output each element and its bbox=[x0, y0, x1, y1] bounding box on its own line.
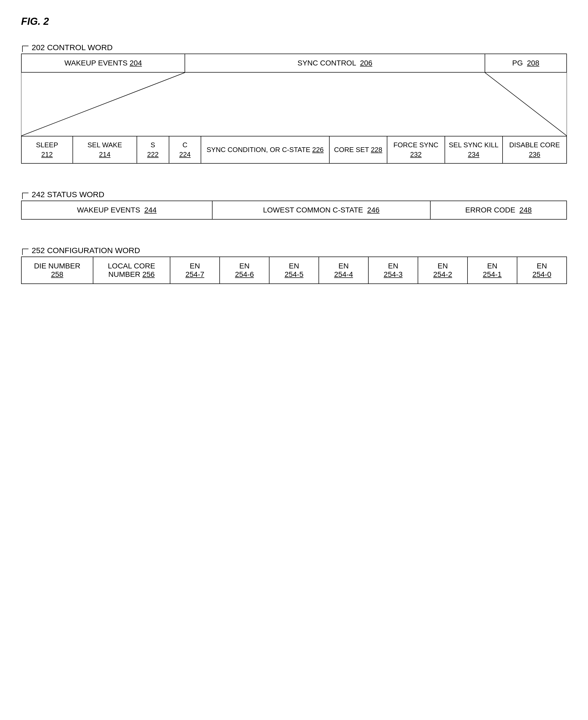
status-word-label-row: 242 STATUS WORD bbox=[21, 190, 567, 199]
control-word-top-table: WAKEUP EVENTS 204 SYNC CONTROL 206 PG 20… bbox=[21, 54, 567, 73]
cfw-en-254-4-cell: EN254-4 bbox=[319, 257, 369, 284]
sw-error-code-ref: 248 bbox=[520, 206, 532, 214]
cw-sel-wake-ref: 214 bbox=[99, 151, 110, 158]
config-word-number: 252 bbox=[31, 246, 45, 255]
cfw-en-254-0-ref: 254-0 bbox=[532, 270, 551, 278]
cfw-en-254-5-cell: EN254-5 bbox=[269, 257, 319, 284]
trapezoid-lines-area bbox=[21, 73, 567, 136]
cw-sync-control-cell: SYNC CONTROL 206 bbox=[185, 54, 485, 72]
cw-s-cell: S222 bbox=[137, 136, 169, 163]
corner-bracket-config bbox=[22, 248, 28, 255]
config-word-table: DIE NUMBER258 LOCAL CORE NUMBER 256 EN25… bbox=[21, 257, 567, 284]
cfw-en-254-1-ref: 254-1 bbox=[483, 270, 502, 278]
cfw-en-254-6-ref: 254-6 bbox=[235, 270, 254, 278]
cfw-local-core-ref: 256 bbox=[142, 270, 155, 278]
control-word-title: 202 CONTROL WORD bbox=[31, 43, 112, 52]
control-word-label-row: 202 CONTROL WORD bbox=[21, 43, 567, 52]
config-word-label-row: 252 CONFIGURATION WORD bbox=[21, 246, 567, 255]
cfw-en-254-3-ref: 254-3 bbox=[384, 270, 403, 278]
status-word-table: WAKEUP EVENTS 244 LOWEST COMMON C-STATE … bbox=[21, 201, 567, 220]
cfw-en-254-0-cell: EN254-0 bbox=[517, 257, 567, 284]
cw-sel-sync-kill-ref: 234 bbox=[468, 151, 479, 158]
cw-sync-condition-cell: SYNC CONDITION, OR C-STATE 226 bbox=[201, 136, 329, 163]
control-word-number: 202 bbox=[31, 43, 45, 52]
sw-lowest-cstate-ref: 246 bbox=[367, 206, 380, 214]
cw-sel-wake-cell: SEL WAKE214 bbox=[73, 136, 137, 163]
sw-error-code-cell: ERROR CODE 248 bbox=[430, 201, 567, 219]
config-word-section: 252 CONFIGURATION WORD DIE NUMBER258 LOC… bbox=[21, 246, 567, 284]
cw-sync-cond-ref: 226 bbox=[312, 146, 323, 154]
sw-lowest-cstate-cell: LOWEST COMMON C-STATE 246 bbox=[212, 201, 430, 219]
cw-core-set-cell: CORE SET 228 bbox=[329, 136, 387, 163]
cw-core-set-ref: 228 bbox=[371, 146, 382, 154]
cw-sleep-ref: 212 bbox=[41, 151, 53, 158]
control-word-text: CONTROL WORD bbox=[47, 43, 112, 52]
cw-s-ref: 222 bbox=[147, 151, 159, 158]
cw-pg-ref: 208 bbox=[527, 59, 540, 67]
status-word-section: 242 STATUS WORD WAKEUP EVENTS 244 LOWEST… bbox=[21, 190, 567, 220]
cfw-die-number-ref: 258 bbox=[51, 270, 63, 278]
status-word-number: 242 bbox=[31, 190, 45, 199]
corner-bracket-control bbox=[22, 46, 28, 52]
trapezoid-svg bbox=[21, 73, 567, 136]
cfw-en-254-7-cell: EN254-7 bbox=[170, 257, 219, 284]
cfw-die-number-cell: DIE NUMBER258 bbox=[21, 257, 93, 284]
status-word-title: 242 STATUS WORD bbox=[31, 190, 104, 199]
cfw-en-254-1-cell: EN254-1 bbox=[467, 257, 517, 284]
cfw-en-254-4-ref: 254-4 bbox=[334, 270, 353, 278]
svg-line-3 bbox=[485, 73, 567, 136]
cw-disable-core-cell: DISABLE CORE 236 bbox=[503, 136, 567, 163]
cfw-en-254-5-ref: 254-5 bbox=[285, 270, 303, 278]
status-word-text: STATUS WORD bbox=[47, 190, 104, 199]
cw-sleep-cell: SLEEP212 bbox=[21, 136, 73, 163]
figure-label: FIG. 2 bbox=[21, 16, 567, 27]
cfw-local-core-cell: LOCAL CORE NUMBER 256 bbox=[93, 257, 170, 284]
cfw-en-254-3-cell: EN254-3 bbox=[369, 257, 418, 284]
cw-sync-ref: 206 bbox=[360, 59, 372, 67]
sw-wakeup-ref: 244 bbox=[144, 206, 156, 214]
control-word-bottom-table: SLEEP212 SEL WAKE214 S222 C224 SYNC COND… bbox=[21, 136, 567, 164]
cfw-en-254-7-ref: 254-7 bbox=[185, 270, 204, 278]
cw-pg-cell: PG 208 bbox=[485, 54, 567, 72]
corner-bracket-status bbox=[22, 193, 28, 199]
cw-disable-core-ref: 236 bbox=[529, 151, 540, 158]
cw-c-ref: 224 bbox=[179, 151, 191, 158]
cfw-en-254-2-ref: 254-2 bbox=[433, 270, 452, 278]
cw-wakeup-events-cell: WAKEUP EVENTS 204 bbox=[21, 54, 185, 72]
cw-wakeup-ref: 204 bbox=[130, 59, 142, 67]
config-word-title: 252 CONFIGURATION WORD bbox=[31, 246, 140, 255]
svg-line-1 bbox=[21, 73, 185, 136]
sw-wakeup-cell: WAKEUP EVENTS 244 bbox=[21, 201, 212, 219]
cw-c-cell: C224 bbox=[169, 136, 201, 163]
cw-force-sync-ref: 232 bbox=[410, 151, 422, 158]
cfw-en-254-2-cell: EN254-2 bbox=[418, 257, 467, 284]
control-word-section: 202 CONTROL WORD WAKEUP EVENTS 204 SYNC … bbox=[21, 43, 567, 164]
config-word-text: CONFIGURATION WORD bbox=[47, 246, 140, 255]
cw-sel-sync-kill-cell: SEL SYNC KILL 234 bbox=[445, 136, 503, 163]
cfw-en-254-6-cell: EN254-6 bbox=[219, 257, 269, 284]
cw-force-sync-cell: FORCE SYNC 232 bbox=[387, 136, 445, 163]
